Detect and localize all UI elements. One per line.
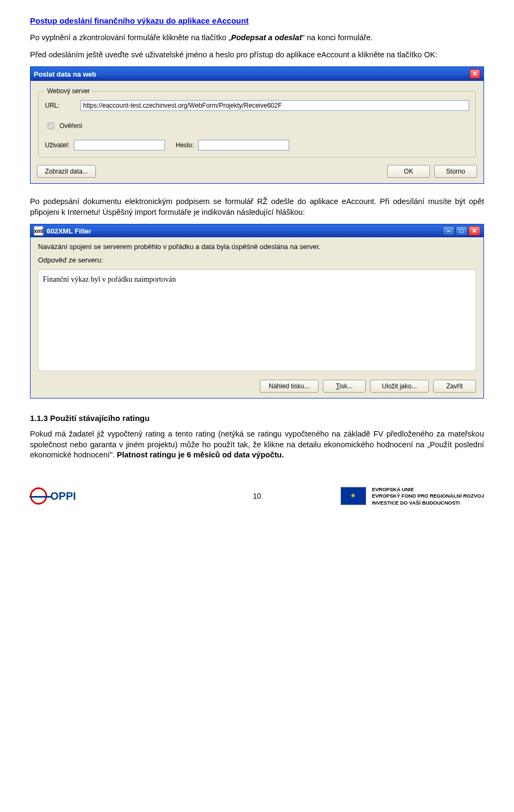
show-data-button[interactable]: Zobrazit data... — [37, 165, 96, 178]
paragraph-1-bold: Podepsat a odeslat — [231, 33, 302, 42]
eu-line-1: EVROPSKÁ UNIE — [372, 486, 484, 493]
pass-input[interactable] — [198, 140, 289, 151]
paragraph-4: Pokud má žadatel již vypočtený rating a … — [30, 429, 484, 461]
page-number: 10 — [253, 492, 261, 500]
oppi-logo: OPPI — [30, 487, 76, 505]
ok-button[interactable]: OK — [387, 165, 430, 178]
verify-row: Ověření — [45, 121, 469, 131]
print-rest: isk... — [339, 382, 353, 390]
eu-logo: EVROPSKÁ UNIE EVROPSKÝ FOND PRO REGIONÁL… — [341, 486, 484, 506]
window-close-button[interactable]: ✕ — [468, 226, 480, 236]
filler-window: xml 602XML Filler – □ ✕ Navázání spojení… — [30, 224, 484, 399]
pass-label: Heslo: — [176, 141, 194, 149]
eu-flag-icon — [341, 487, 366, 505]
credentials-row: Uživatel: Heslo: — [45, 140, 469, 151]
print-button[interactable]: Tisk... — [323, 380, 366, 393]
minimize-button[interactable]: – — [443, 226, 455, 236]
oppi-text: OPPI — [50, 490, 76, 502]
close-window-button[interactable]: Zavřít — [433, 380, 476, 393]
verify-label: Ověření — [59, 122, 82, 130]
eu-text-block: EVROPSKÁ UNIE EVROPSKÝ FOND PRO REGIONÁL… — [372, 486, 484, 506]
response-label: Odpověď ze serveru: — [38, 256, 476, 264]
user-label: Uživatel: — [45, 141, 70, 149]
app-icon: xml — [34, 226, 43, 236]
url-label: URL: — [45, 102, 75, 109]
dialog-button-row: Zobrazit data... OK Storno — [37, 165, 477, 178]
close-button[interactable]: ✕ — [470, 69, 480, 79]
dialog-title: Poslat data na web — [34, 70, 96, 78]
paragraph-4-bold: Platnost ratingu je 6 měsíců od data výp… — [117, 450, 284, 459]
paragraph-3: Po podepsání dokumentu elektronickým pod… — [30, 197, 484, 217]
web-server-group: Webový server URL: Ověření Uživatel: Hes… — [38, 87, 476, 157]
verify-checkbox[interactable] — [47, 122, 55, 130]
dialog-titlebar: Poslat data na web ✕ — [31, 67, 483, 81]
window-titlebar: xml 602XML Filler – □ ✕ — [31, 224, 483, 237]
eu-line-2: EVROPSKÝ FOND PRO REGIONÁLNÍ ROZVOJ — [372, 493, 484, 499]
url-input[interactable] — [80, 100, 469, 111]
group-legend: Webový server — [45, 87, 92, 95]
send-data-dialog: Poslat data na web ✕ Webový server URL: … — [30, 66, 484, 184]
user-input[interactable] — [74, 140, 165, 151]
oppi-circle-icon — [30, 487, 47, 505]
paragraph-2: Před odesláním ještě uveďte své uživatel… — [30, 50, 484, 61]
paragraph-1-c: " na konci formuláře. — [302, 33, 373, 42]
print-preview-button[interactable]: Náhled tisku... — [260, 380, 319, 393]
dialog-body: Webový server URL: Ověření Uživatel: Hes… — [31, 81, 483, 183]
window-button-bar: Náhled tisku... Tisk... Uložit jako... Z… — [38, 378, 476, 393]
url-row: URL: — [45, 100, 469, 111]
paragraph-1-a: Po vyplnění a zkontrolování formuláře kl… — [30, 33, 231, 42]
eu-line-3: INVESTICE DO VAŠÍ BUDOUCNOSTI — [372, 500, 484, 506]
heading-link[interactable]: Postup odeslání finančního výkazu do apl… — [30, 16, 248, 25]
cancel-button[interactable]: Storno — [434, 165, 477, 178]
section-heading: 1.1.3 Použití stávajícího ratingu — [30, 413, 484, 423]
window-title: 602XML Filler — [47, 227, 92, 235]
connection-message: Navázání spojení se serverem proběhlo v … — [38, 243, 476, 251]
paragraph-1: Po vyplnění a zkontrolování formuláře kl… — [30, 33, 484, 43]
response-textarea: Finanční výkaz byl v pořádku naimportová… — [38, 269, 476, 371]
window-body: Navázání spojení se serverem proběhlo v … — [31, 237, 483, 398]
page-footer: OPPI 10 EVROPSKÁ UNIE EVROPSKÝ FOND PRO … — [30, 486, 484, 506]
maximize-button[interactable]: □ — [456, 226, 467, 236]
save-as-button[interactable]: Uložit jako... — [370, 380, 429, 393]
